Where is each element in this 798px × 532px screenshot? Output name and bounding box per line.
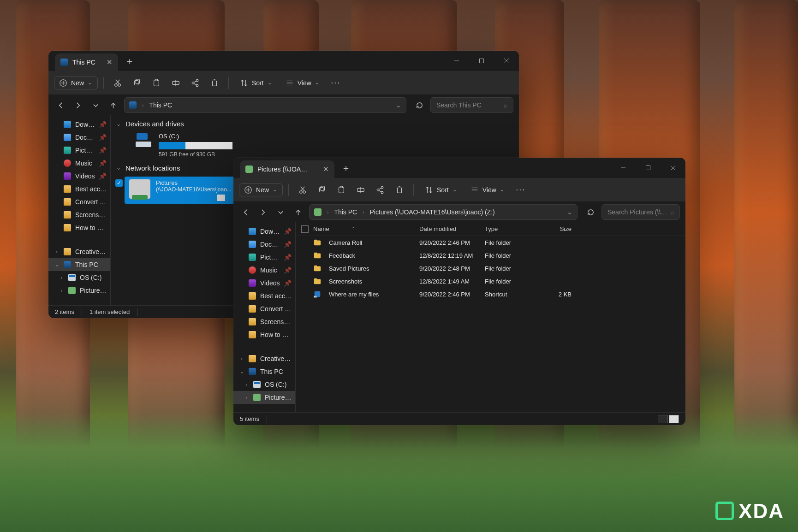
paste-button[interactable] [148, 76, 165, 90]
sidebar-item[interactable]: Convert HEIX im [48, 195, 110, 208]
address-dropdown-icon[interactable]: ⌄ [567, 208, 572, 216]
recent-locations-button[interactable] [89, 99, 102, 112]
file-row[interactable]: Camera Roll9/20/2022 2:46 PMFile folder [296, 236, 685, 249]
pin-icon[interactable]: 📌 [99, 134, 107, 141]
sidebar[interactable]: Downloads📌Documents📌Pictures📌Music📌Video… [233, 222, 296, 412]
new-tab-button[interactable]: ＋ [337, 158, 355, 178]
cut-button[interactable] [109, 76, 126, 90]
close-window-button[interactable] [661, 158, 685, 178]
details-view-button[interactable] [658, 415, 668, 423]
tree-toggle-icon[interactable]: › [59, 275, 64, 280]
rename-button[interactable] [352, 183, 369, 197]
forward-button[interactable] [256, 206, 269, 219]
sidebar-item[interactable]: How to map a n [48, 221, 110, 234]
sidebar-item[interactable]: ›OS (C:) [233, 378, 295, 391]
minimize-button[interactable] [611, 158, 636, 178]
sort-button[interactable]: Sort⌄ [234, 76, 277, 90]
col-size[interactable]: Size [539, 225, 581, 232]
titlebar[interactable]: This PC ✕ ＋ [48, 51, 519, 71]
sidebar-item[interactable]: Downloads📌 [233, 225, 295, 238]
sidebar-item[interactable]: Pictures📌 [48, 144, 110, 157]
network-location-item[interactable]: ✓ Pictures (\\JOAO-MATE16\Users\joao... [125, 177, 240, 204]
sidebar-item[interactable]: ›Creative Cloud F [233, 352, 295, 365]
new-button[interactable]: New⌄ [54, 77, 98, 89]
sidebar-item[interactable]: Best accessories [233, 290, 295, 302]
crumb-current[interactable]: Pictures (\\JOAO-MATE16\Users\joaoc) (Z:… [369, 208, 494, 216]
selected-check-icon[interactable]: ✓ [115, 179, 123, 187]
copy-button[interactable] [129, 76, 145, 90]
tree-toggle-icon[interactable]: › [244, 395, 249, 400]
maximize-button[interactable] [636, 158, 661, 178]
address-bar[interactable]: › This PC › Pictures (\\JOAO-MATE16\User… [309, 204, 578, 220]
pin-icon[interactable]: 📌 [284, 254, 292, 261]
pin-icon[interactable]: 📌 [99, 172, 107, 180]
tab-pictures-network[interactable]: Pictures (\\JOAO-MATE16\Use ✕ [240, 160, 334, 178]
sidebar-item[interactable]: Music📌 [233, 264, 295, 277]
more-button[interactable]: ··· [512, 182, 529, 197]
sidebar-item[interactable]: Documents📌 [233, 238, 295, 251]
new-tab-button[interactable]: ＋ [121, 51, 138, 71]
search-box[interactable]: Search Pictures (\\JOAO-M... ⌕ [601, 204, 680, 220]
pin-icon[interactable]: 📌 [99, 121, 107, 128]
sort-button[interactable]: Sort⌄ [419, 183, 462, 197]
sidebar-item[interactable]: Music📌 [48, 157, 110, 170]
cut-button[interactable] [294, 183, 311, 197]
sidebar-item[interactable]: Videos📌 [48, 170, 110, 183]
sidebar-item[interactable]: ›Pictures (\\JOA [48, 284, 110, 297]
sidebar-item[interactable]: Screenshots [48, 208, 110, 221]
delete-button[interactable] [206, 76, 223, 90]
recent-locations-button[interactable] [274, 206, 287, 219]
minimize-button[interactable] [444, 51, 469, 71]
sidebar-item[interactable]: ›OS (C:) [48, 271, 110, 284]
group-header-devices[interactable]: ⌄ Devices and drives [111, 115, 519, 130]
close-window-button[interactable] [494, 51, 519, 71]
select-all-checkbox[interactable] [301, 225, 309, 233]
col-type[interactable]: Type [485, 225, 539, 232]
copy-button[interactable] [314, 183, 330, 197]
sidebar-item[interactable]: Videos📌 [233, 277, 295, 290]
delete-button[interactable] [391, 183, 408, 197]
forward-button[interactable] [71, 99, 84, 112]
sidebar-item[interactable]: How to map a n [233, 328, 295, 341]
tree-toggle-icon[interactable]: ⌄ [54, 262, 60, 268]
sidebar-item[interactable]: ›Creative Cloud F [48, 245, 110, 258]
col-name[interactable]: Name [313, 225, 329, 232]
back-button[interactable] [239, 206, 252, 219]
file-row[interactable]: Feedback12/8/2022 12:19 AMFile folder [296, 249, 685, 262]
pin-icon[interactable]: 📌 [99, 160, 107, 167]
tab-this-pc[interactable]: This PC ✕ [55, 53, 118, 71]
drive-os-c[interactable]: OS (C:) 591 GB free of 930 GB [134, 132, 519, 159]
column-headers[interactable]: Name⌃ Date modified Type Size [296, 222, 685, 236]
tree-toggle-icon[interactable]: ⌄ [239, 369, 244, 375]
sidebar-item[interactable]: Best accessories [48, 183, 110, 195]
maximize-button[interactable] [469, 51, 494, 71]
sidebar-item[interactable]: Screenshots [233, 315, 295, 328]
refresh-button[interactable] [413, 99, 426, 112]
tree-toggle-icon[interactable]: › [239, 356, 244, 361]
close-tab-icon[interactable]: ✕ [107, 58, 113, 66]
refresh-button[interactable] [584, 206, 597, 219]
pin-icon[interactable]: 📌 [284, 279, 292, 287]
sidebar-item[interactable]: ›Pictures (\\JOA [233, 391, 295, 404]
pin-icon[interactable]: 📌 [284, 266, 292, 274]
titlebar[interactable]: Pictures (\\JOAO-MATE16\Use ✕ ＋ [233, 158, 685, 178]
pin-icon[interactable]: 📌 [284, 241, 292, 248]
pin-icon[interactable]: 📌 [284, 228, 292, 235]
pin-icon[interactable]: 📌 [99, 147, 107, 154]
crumb-this-pc[interactable]: This PC [334, 208, 357, 216]
sidebar-item[interactable]: ⌄This PC [233, 365, 295, 378]
address-bar[interactable]: › This PC ⌄ [124, 97, 406, 113]
sidebar-item[interactable]: Downloads📌 [48, 118, 110, 131]
view-button[interactable]: View⌄ [465, 183, 510, 197]
view-toggle[interactable] [658, 415, 679, 423]
close-tab-icon[interactable]: ✕ [323, 165, 329, 173]
file-row[interactable]: Screenshots12/8/2022 1:49 AMFile folder [296, 275, 685, 288]
tree-toggle-icon[interactable]: › [59, 288, 64, 293]
sidebar[interactable]: Downloads📌Documents📌Pictures📌Music📌Video… [48, 115, 111, 305]
sidebar-item[interactable]: Documents📌 [48, 131, 110, 144]
view-button[interactable]: View⌄ [280, 76, 325, 90]
search-box[interactable]: Search This PC ⌕ [430, 97, 513, 113]
sidebar-item[interactable]: Pictures📌 [233, 251, 295, 264]
file-row[interactable]: Saved Pictures9/20/2022 2:48 PMFile fold… [296, 262, 685, 275]
col-date[interactable]: Date modified [419, 225, 485, 232]
